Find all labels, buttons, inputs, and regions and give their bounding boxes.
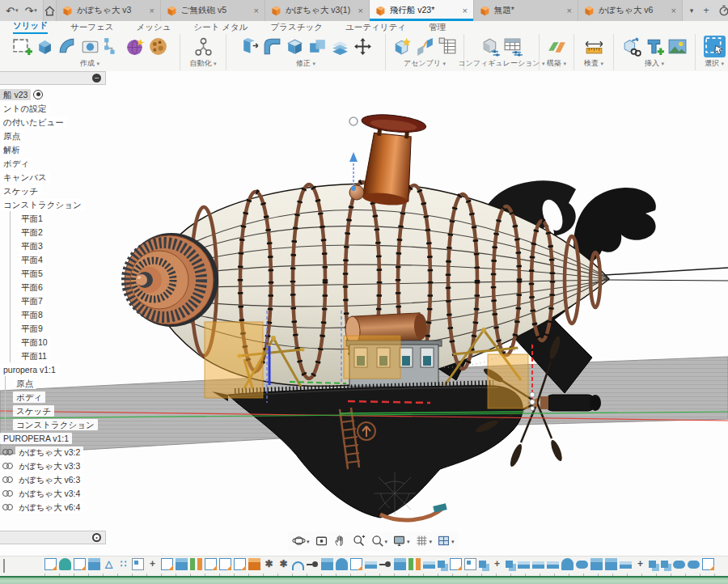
browser-item[interactable]: 原点: [0, 129, 98, 142]
config-cube-icon[interactable]: [480, 36, 502, 57]
timeline-op-extrude[interactable]: [176, 558, 188, 570]
gondola-hull[interactable]: [212, 383, 523, 520]
new-component-icon[interactable]: [392, 36, 413, 57]
browser-item[interactable]: かぼちゃ大 v3:3: [0, 459, 98, 472]
timeline-op-slab[interactable]: [518, 561, 530, 569]
sweep-icon[interactable]: [57, 36, 78, 57]
browser-item[interactable]: 平面6: [0, 280, 98, 294]
timeline-op-joint[interactable]: [479, 561, 486, 568]
extrude-icon[interactable]: [34, 36, 56, 57]
ribbon-group-label[interactable]: 修正 ▾: [296, 58, 315, 70]
chevron-down-icon[interactable]: ▾: [307, 539, 310, 545]
timeline-op-boxw[interactable]: [464, 558, 476, 570]
hole-icon[interactable]: [79, 36, 101, 57]
fillet-icon[interactable]: [261, 36, 283, 57]
document-tab-3[interactable]: かぼちゃ大 v3(1)×: [265, 0, 370, 21]
browser-item[interactable]: 解析: [0, 142, 98, 156]
timeline-op-extrude[interactable]: [321, 558, 333, 570]
timeline-op-pattern[interactable]: ∷: [117, 558, 129, 570]
timeline-op-link[interactable]: [307, 558, 319, 570]
document-tab-5[interactable]: 無題*×: [474, 0, 578, 21]
browser-item[interactable]: 平面2: [0, 225, 98, 239]
document-tab-4[interactable]: 飛行船 v23*×: [370, 0, 474, 21]
timeline-op-freeze[interactable]: ✱: [277, 558, 290, 570]
airship-model[interactable]: [125, 112, 728, 519]
tail-wing-right[interactable]: [574, 188, 656, 266]
viewport-3d[interactable]: [0, 71, 728, 556]
orbit-button[interactable]: ▾: [291, 533, 311, 552]
browser-item[interactable]: 平面10: [0, 335, 98, 349]
timeline-op-extrude-or[interactable]: [248, 558, 260, 570]
timeline-op-round[interactable]: [336, 558, 348, 570]
timeline-op-extrude[interactable]: [590, 558, 603, 570]
nose-cone[interactable]: [125, 233, 218, 327]
undo-caret-icon[interactable]: ▾: [15, 7, 19, 14]
undo-button[interactable]: ↶▾: [3, 5, 20, 17]
ribbon-group-label[interactable]: 作成 ▾: [80, 58, 99, 70]
browser-item[interactable]: ボディ: [0, 156, 98, 170]
timeline-op-cube2[interactable]: [506, 561, 513, 568]
browser-item[interactable]: 平面4: [0, 252, 98, 266]
derive-icon[interactable]: [621, 36, 643, 57]
ribbon-tab-5[interactable]: プラスチック: [271, 22, 323, 34]
config-table-icon[interactable]: [502, 36, 524, 57]
display-settings-button[interactable]: ▾: [392, 533, 411, 552]
pan-button[interactable]: [332, 533, 348, 552]
ribbon-tab-4[interactable]: シート メタル: [193, 22, 248, 34]
browser-item[interactable]: コンストラクション: [0, 197, 98, 211]
home-button[interactable]: [43, 0, 57, 21]
timeline-op-pill[interactable]: [688, 561, 700, 569]
timeline-op-extrude[interactable]: [394, 558, 406, 570]
shell-icon[interactable]: [284, 36, 306, 57]
browser-item[interactable]: かぼちゃ大 v6:3: [0, 472, 98, 486]
timeline-op-sketch[interactable]: [450, 558, 462, 570]
timeline-op-boxw[interactable]: [132, 558, 144, 570]
close-icon[interactable]: ×: [460, 6, 467, 15]
browser-item[interactable]: ントの設定: [0, 101, 98, 115]
timeline-op-loft[interactable]: △: [103, 558, 115, 570]
timeline-op-cube2[interactable]: [438, 561, 445, 568]
timeline-op-link[interactable]: [379, 558, 392, 570]
move-icon[interactable]: [352, 36, 374, 57]
ribbon-group-label[interactable]: 挿入 ▾: [645, 58, 664, 70]
viewports-button[interactable]: ▾: [436, 533, 455, 552]
timeline-op-slab[interactable]: [423, 561, 435, 569]
timeline-op-freeze[interactable]: ✱: [263, 558, 275, 570]
fit-button[interactable]: ▾: [370, 533, 389, 552]
activate-radio-icon[interactable]: [33, 90, 43, 99]
ribbon-group-label[interactable]: コンフィギュレーション ▾: [458, 58, 544, 70]
new-tab-button[interactable]: +: [700, 4, 712, 17]
timeline-op-cube2[interactable]: [661, 561, 668, 568]
browser-item[interactable]: 平面5: [0, 266, 98, 280]
ribbon-tab-2[interactable]: サーフェス: [70, 22, 113, 34]
joint-icon[interactable]: [414, 36, 436, 57]
timeline-slider[interactable]: [0, 576, 728, 584]
browser-item[interactable]: コンストラクション: [0, 417, 98, 431]
redo-button[interactable]: ↷▾: [22, 5, 39, 17]
document-tab-1[interactable]: かぼちゃ大 v3×: [57, 0, 161, 21]
automate-icon[interactable]: [193, 36, 214, 57]
job-status-icon[interactable]: [715, 4, 728, 18]
timeline-op-sketch[interactable]: [219, 558, 231, 570]
browser-item[interactable]: 原点: [0, 376, 98, 390]
browser-item[interactable]: 平面9: [0, 321, 98, 335]
press-pull-icon[interactable]: [239, 36, 260, 57]
timeline-op-extrude[interactable]: [605, 558, 617, 570]
construction-planes-icon[interactable]: [546, 36, 568, 57]
timeline-op-sketch[interactable]: [205, 558, 217, 570]
model-canvas[interactable]: – 船 v23ントの設定の付いたビュー原点解析ボディキャンバススケッチコンストラ…: [0, 71, 728, 556]
browser-item[interactable]: ボディ: [0, 390, 98, 404]
timeline-op-slab[interactable]: [620, 561, 632, 569]
browser-item[interactable]: 平面1: [0, 211, 98, 225]
chevron-down-icon[interactable]: ▾: [430, 539, 433, 545]
document-tab-6[interactable]: かぼちゃ大 v6×: [578, 0, 683, 21]
zoom-button[interactable]: [351, 533, 366, 552]
browser-collapse-button[interactable]: –: [92, 74, 101, 83]
combine-icon[interactable]: [307, 36, 328, 57]
sketch-create-icon[interactable]: [11, 36, 33, 57]
chevron-down-icon[interactable]: ▾: [385, 539, 388, 545]
timeline-op-move[interactable]: +: [491, 558, 503, 570]
close-icon[interactable]: ×: [147, 6, 154, 15]
ribbon-group-label[interactable]: 検査 ▾: [584, 58, 603, 70]
ribbon-group-label[interactable]: アセンブリ ▾: [404, 58, 446, 70]
